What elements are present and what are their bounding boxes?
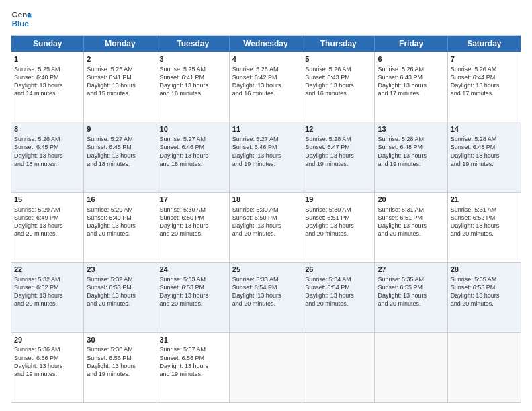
calendar-cell: 6Sunrise: 5:26 AMSunset: 6:43 PMDaylight… [375,52,447,122]
header-day-sunday: Sunday [11,36,84,52]
calendar-cell [230,333,302,402]
day-number: 18 [232,195,299,205]
day-number: 3 [160,54,226,64]
calendar-cell [302,333,375,402]
day-number: 11 [232,124,299,134]
day-number: 1 [14,54,81,64]
calendar-cell: 27Sunrise: 5:35 AMSunset: 6:55 PMDayligh… [375,263,447,332]
logo: General Blue [11,8,32,30]
day-number: 21 [451,195,518,205]
calendar-cell: 14Sunrise: 5:28 AMSunset: 6:48 PMDayligh… [448,122,521,191]
calendar-row-3: 15Sunrise: 5:29 AMSunset: 6:49 PMDayligh… [11,192,521,262]
day-number: 28 [451,265,518,275]
day-number: 8 [14,124,81,134]
day-number: 16 [87,195,153,205]
calendar-cell: 16Sunrise: 5:29 AMSunset: 6:49 PMDayligh… [84,193,157,262]
calendar: SundayMondayTuesdayWednesdayThursdayFrid… [11,35,521,403]
day-number: 14 [451,124,518,134]
calendar-cell: 12Sunrise: 5:28 AMSunset: 6:47 PMDayligh… [302,122,375,191]
day-number: 6 [378,54,444,64]
day-number: 25 [232,265,299,275]
header-day-thursday: Thursday [302,36,375,52]
svg-text:Blue: Blue [12,19,30,28]
calendar-row-1: 1Sunrise: 5:25 AMSunset: 6:40 PMDaylight… [11,52,521,122]
page: General Blue SundayMondayTuesdayWednesda… [0,0,532,411]
calendar-row-4: 22Sunrise: 5:32 AMSunset: 6:52 PMDayligh… [11,262,521,332]
calendar-cell: 15Sunrise: 5:29 AMSunset: 6:49 PMDayligh… [11,193,84,262]
header-day-saturday: Saturday [448,36,521,52]
calendar-cell: 5Sunrise: 5:26 AMSunset: 6:43 PMDaylight… [302,52,375,122]
day-number: 12 [305,124,371,134]
calendar-cell: 22Sunrise: 5:32 AMSunset: 6:52 PMDayligh… [11,263,84,332]
calendar-row-5: 29Sunrise: 5:36 AMSunset: 6:56 PMDayligh… [11,332,521,402]
calendar-cell: 3Sunrise: 5:25 AMSunset: 6:41 PMDaylight… [157,52,230,122]
day-number: 27 [378,265,444,275]
calendar-cell: 29Sunrise: 5:36 AMSunset: 6:56 PMDayligh… [11,333,84,402]
calendar-cell: 23Sunrise: 5:32 AMSunset: 6:53 PMDayligh… [84,263,157,332]
calendar-cell: 4Sunrise: 5:26 AMSunset: 6:42 PMDaylight… [230,52,302,122]
day-number: 23 [87,265,153,275]
calendar-cell: 11Sunrise: 5:27 AMSunset: 6:46 PMDayligh… [230,122,302,191]
header-day-monday: Monday [84,36,157,52]
calendar-cell: 17Sunrise: 5:30 AMSunset: 6:50 PMDayligh… [157,193,230,262]
calendar-cell: 7Sunrise: 5:26 AMSunset: 6:44 PMDaylight… [448,52,521,122]
calendar-cell: 28Sunrise: 5:35 AMSunset: 6:55 PMDayligh… [448,263,521,332]
day-number: 10 [160,124,226,134]
day-number: 2 [87,54,153,64]
calendar-cell: 10Sunrise: 5:27 AMSunset: 6:46 PMDayligh… [157,122,230,191]
calendar-cell: 25Sunrise: 5:33 AMSunset: 6:54 PMDayligh… [230,263,302,332]
day-number: 5 [305,54,371,64]
header-day-tuesday: Tuesday [157,36,230,52]
day-number: 7 [451,54,518,64]
calendar-cell: 24Sunrise: 5:33 AMSunset: 6:53 PMDayligh… [157,263,230,332]
calendar-cell: 26Sunrise: 5:34 AMSunset: 6:54 PMDayligh… [302,263,375,332]
calendar-cell: 9Sunrise: 5:27 AMSunset: 6:45 PMDaylight… [84,122,157,191]
day-number: 17 [160,195,226,205]
calendar-cell: 20Sunrise: 5:31 AMSunset: 6:51 PMDayligh… [375,193,447,262]
logo-icon: General Blue [11,8,32,30]
header: General Blue [11,8,521,30]
calendar-cell: 13Sunrise: 5:28 AMSunset: 6:48 PMDayligh… [375,122,447,191]
calendar-cell: 18Sunrise: 5:30 AMSunset: 6:50 PMDayligh… [230,193,302,262]
day-number: 29 [14,335,81,345]
day-number: 9 [87,124,153,134]
calendar-cell: 30Sunrise: 5:36 AMSunset: 6:56 PMDayligh… [84,333,157,402]
calendar-cell: 31Sunrise: 5:37 AMSunset: 6:56 PMDayligh… [157,333,230,402]
day-number: 13 [378,124,444,134]
day-number: 20 [378,195,444,205]
calendar-cell: 21Sunrise: 5:31 AMSunset: 6:52 PMDayligh… [448,193,521,262]
day-number: 30 [87,335,153,345]
calendar-row-2: 8Sunrise: 5:26 AMSunset: 6:45 PMDaylight… [11,122,521,191]
calendar-cell: 8Sunrise: 5:26 AMSunset: 6:45 PMDaylight… [11,122,84,191]
day-number: 22 [14,265,81,275]
calendar-cell [375,333,447,402]
day-number: 15 [14,195,81,205]
calendar-cell: 19Sunrise: 5:30 AMSunset: 6:51 PMDayligh… [302,193,375,262]
header-day-friday: Friday [375,36,447,52]
calendar-cell: 2Sunrise: 5:25 AMSunset: 6:41 PMDaylight… [84,52,157,122]
day-number: 26 [305,265,371,275]
calendar-cell [448,333,521,402]
day-number: 4 [232,54,299,64]
calendar-cell: 1Sunrise: 5:25 AMSunset: 6:40 PMDaylight… [11,52,84,122]
header-day-wednesday: Wednesday [230,36,302,52]
day-number: 19 [305,195,371,205]
calendar-header: SundayMondayTuesdayWednesdayThursdayFrid… [11,36,521,52]
day-number: 24 [160,265,226,275]
day-number: 31 [160,335,226,345]
calendar-body: 1Sunrise: 5:25 AMSunset: 6:40 PMDaylight… [11,52,521,402]
